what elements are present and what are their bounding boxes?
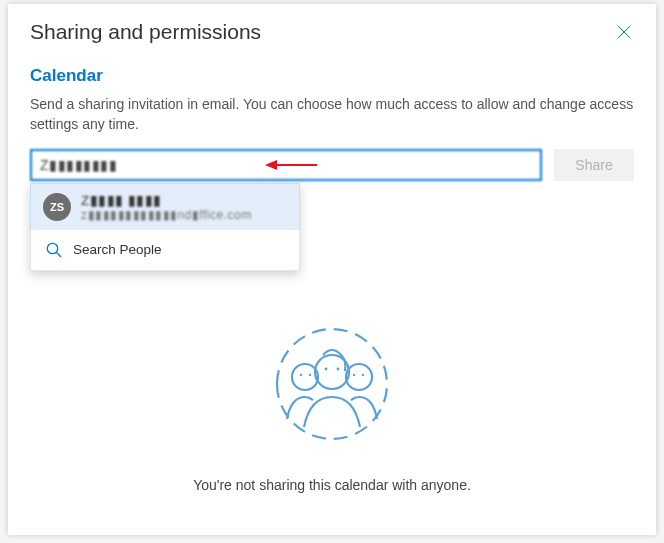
svg-line-5	[57, 252, 62, 257]
share-row: ZS Z▮▮▮▮ ▮▮▮▮ z▮▮▮▮▮▮▮▮▮▮▮▮nd▮ffice.com …	[30, 149, 634, 181]
close-button[interactable]	[610, 18, 638, 46]
svg-point-9	[325, 367, 328, 370]
dialog-title: Sharing and permissions	[30, 20, 261, 44]
svg-point-11	[300, 373, 302, 375]
close-icon	[617, 25, 631, 39]
svg-point-10	[337, 367, 340, 370]
sharing-dialog: Sharing and permissions Calendar Send a …	[8, 4, 656, 535]
email-input-wrapper: ZS Z▮▮▮▮ ▮▮▮▮ z▮▮▮▮▮▮▮▮▮▮▮▮nd▮ffice.com …	[30, 149, 542, 181]
search-people-label: Search People	[73, 242, 162, 257]
section-description: Send a sharing invitation in email. You …	[30, 94, 634, 135]
svg-point-12	[309, 373, 311, 375]
empty-state: You're not sharing this calendar with an…	[30, 309, 634, 493]
section-title: Calendar	[30, 66, 634, 86]
suggestion-text: Z▮▮▮▮ ▮▮▮▮ z▮▮▮▮▮▮▮▮▮▮▮▮nd▮ffice.com	[81, 192, 287, 222]
suggestion-email: z▮▮▮▮▮▮▮▮▮▮▮▮nd▮ffice.com	[81, 208, 287, 222]
avatar: ZS	[43, 193, 71, 221]
people-dropdown: ZS Z▮▮▮▮ ▮▮▮▮ z▮▮▮▮▮▮▮▮▮▮▮▮nd▮ffice.com …	[30, 183, 300, 271]
svg-point-7	[346, 364, 372, 390]
email-input[interactable]	[30, 149, 542, 181]
search-icon	[45, 241, 63, 259]
dialog-header: Sharing and permissions	[8, 4, 656, 54]
people-illustration-icon	[257, 309, 407, 459]
suggestion-item[interactable]: ZS Z▮▮▮▮ ▮▮▮▮ z▮▮▮▮▮▮▮▮▮▮▮▮nd▮ffice.com	[30, 183, 300, 231]
share-button[interactable]: Share	[554, 149, 634, 181]
svg-point-14	[362, 373, 364, 375]
svg-point-6	[292, 364, 318, 390]
empty-state-message: You're not sharing this calendar with an…	[193, 477, 471, 493]
svg-point-4	[47, 243, 57, 253]
suggestion-name: Z▮▮▮▮ ▮▮▮▮	[81, 192, 287, 208]
svg-point-13	[353, 373, 355, 375]
search-people-item[interactable]: Search People	[31, 230, 299, 270]
dialog-content: Calendar Send a sharing invitation in em…	[8, 66, 656, 493]
